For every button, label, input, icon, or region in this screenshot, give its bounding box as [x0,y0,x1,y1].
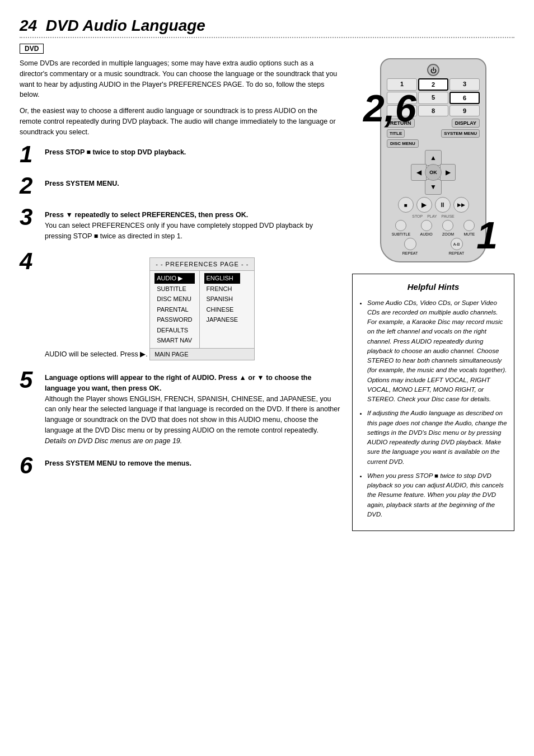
right-column: 2,6 1 ⏻ 1 2 3 5 6 8 9 [352,58,514,531]
zoom-button[interactable] [442,220,453,231]
step-2: 2 Press SYSTEM MENU. [20,174,341,198]
audio-button[interactable] [421,220,432,231]
step-3-number: 3 [20,205,39,229]
page-title: 24 DVD Audio Language [20,17,514,35]
transport-row: ■ ▶ II ▶▶ [387,197,480,213]
repeat-button[interactable] [404,238,416,250]
play-button[interactable]: ▶ [416,197,432,213]
intro-text-2: Or, the easiest way to choose a differen… [20,106,341,137]
zoom-col: ZOOM [442,220,454,236]
repeat-col: REPEAT [402,238,418,255]
dvd-badge: DVD [20,44,44,54]
subtitle-button[interactable] [395,220,406,231]
num-5[interactable]: 5 [418,92,448,104]
step-1-content: Press STOP ■ twice to stop DVD playback. [45,143,186,158]
prefs-english-row: ENGLISH [204,273,241,284]
step-2-text: Press SYSTEM MENU. [45,180,119,187]
helpful-hints-box: Helpful Hints Some Audio CDs, Video CDs,… [352,274,514,531]
prefs-footer: MAIN PAGE [150,348,254,360]
step-5-number: 5 [20,368,39,392]
left-column: Some DVDs are recorded in multiple langu… [20,58,341,531]
dpad-container: ▲ ▼ ◀ ▶ OK [387,150,480,195]
dpad-up[interactable]: ▲ [425,150,442,166]
stop-label: STOP [412,214,423,218]
remote-top: ⏻ [387,64,480,76]
repeat-ab-col: A-B REPEAT [449,238,465,255]
step-6-number: 6 [20,454,39,477]
disc-menu-button[interactable]: DISC MENU [387,139,419,148]
step-5-text2: Although the Player shows ENGLISH, FRENC… [45,395,340,434]
dpad-left[interactable]: ◀ [411,164,427,181]
hint-item-2: If adjusting the Audio language as descr… [367,408,507,467]
hint-item-1: Some Audio CDs, Video CDs, or Super Vide… [367,298,507,405]
step-2-content: Press SYSTEM MENU. [45,174,119,189]
num-9[interactable]: 9 [449,105,480,116]
zoom-label: ZOOM [442,232,454,236]
pause-label: PAUSE [442,214,455,218]
step-2-number: 2 [20,174,39,198]
power-button[interactable]: ⏻ [427,64,439,76]
title-system-row: TITLE SYSTEM MENU [387,129,480,138]
repeat-ab-button[interactable]: A-B [451,238,463,250]
play-label: PLAY [427,214,437,218]
repeat-label: REPEAT [402,251,418,255]
repeat-ab-label: REPEAT [449,251,465,255]
transport-labels: STOP PLAY PAUSE [387,214,480,218]
step-4-content: AUDIO will be selected. Press ▶. - - PRE… [45,250,255,361]
prefs-japanese-row: JAPANESE [204,314,241,325]
prefs-subtitle-row: SUBTITLE [154,284,194,294]
step-1-number: 1 [20,143,39,166]
prefs-spanish-row: SPANISH [204,294,241,304]
dpad: ▲ ▼ ◀ ▶ OK [411,150,456,195]
step-4-text: AUDIO will be selected. Press ▶. [45,350,148,358]
prefs-arrow: ▶ [178,275,182,281]
next-button[interactable]: ▶▶ [453,197,469,213]
hints-title: Helpful Hints [359,281,507,294]
dpad-right[interactable]: ▶ [440,164,456,181]
prefs-french-row: FRENCH [204,284,241,294]
title-button[interactable]: TITLE [387,129,405,138]
prefs-smartnav-row: SMART NAV [154,335,194,346]
step-3-content: Press ▼ repeatedly to select PREFERENCES… [45,205,341,241]
prefs-chinese-row: CHINESE [204,304,241,315]
remote-area: 2,6 1 ⏻ 1 2 3 5 6 8 9 [360,58,506,262]
step-5: 5 Language options will appear to the ri… [20,368,341,446]
step-6-content: Press SYSTEM MENU to remove the menus. [45,454,191,469]
step-1: 1 Press STOP ■ twice to stop DVD playbac… [20,143,341,166]
prefs-right-col: ENGLISH FRENCH SPANISH CHINESE JAPANESE [200,271,245,348]
num-2[interactable]: 2 [418,78,448,91]
step-4-number: 4 [20,250,39,273]
step-4: 4 AUDIO will be selected. Press ▶. - - P… [20,250,341,361]
display-button[interactable]: DISPLAY [452,119,480,128]
subtitle-col: SUBTITLE [392,220,410,236]
mute-col: MUTE [463,220,475,236]
step-5-text1: Language options will appear to the righ… [45,374,311,392]
step-6-text: Press SYSTEM MENU to remove the menus. [45,459,191,467]
step-3: 3 Press ▼ repeatedly to select PREFERENC… [20,205,341,241]
prefs-defaults-row: DEFAULTS [154,325,194,336]
subtitle-label: SUBTITLE [392,232,410,236]
system-menu-button[interactable]: SYSTEM MENU [441,129,480,138]
ok-button[interactable]: OK [425,164,442,181]
mute-button[interactable] [463,220,475,231]
num-3[interactable]: 3 [449,78,480,91]
stop-button[interactable]: ■ [398,197,414,213]
prefs-body: AUDIO ▶ SUBTITLE DISC MENU PARENTAL PASS… [150,271,254,348]
audio-col: AUDIO [420,220,432,236]
step-5-content: Language options will appear to the righ… [45,368,341,446]
dpad-down[interactable]: ▼ [425,179,442,195]
disc-menu-row: DISC MENU [387,139,480,148]
prefs-header: - - PREFERENCES PAGE - - [150,258,254,271]
mute-label: MUTE [463,232,475,236]
bottom-buttons: SUBTITLE AUDIO ZOOM MUTE [387,220,480,236]
hints-list: Some Audio CDs, Video CDs, or Super Vide… [359,298,507,520]
hint-item-3: When you press STOP ■ twice to stop DVD … [367,471,507,519]
num-8[interactable]: 8 [418,105,448,116]
repeat-row: REPEAT A-B REPEAT [387,238,480,255]
num-6[interactable]: 6 [449,92,480,104]
pause-button[interactable]: II [435,197,451,213]
title-divider [20,37,514,38]
prefs-parental-row: PARENTAL [154,304,194,315]
step-3-main-text: Press ▼ repeatedly to select PREFERENCES… [45,211,248,219]
big-step-num-top: 2,6 [363,89,416,127]
